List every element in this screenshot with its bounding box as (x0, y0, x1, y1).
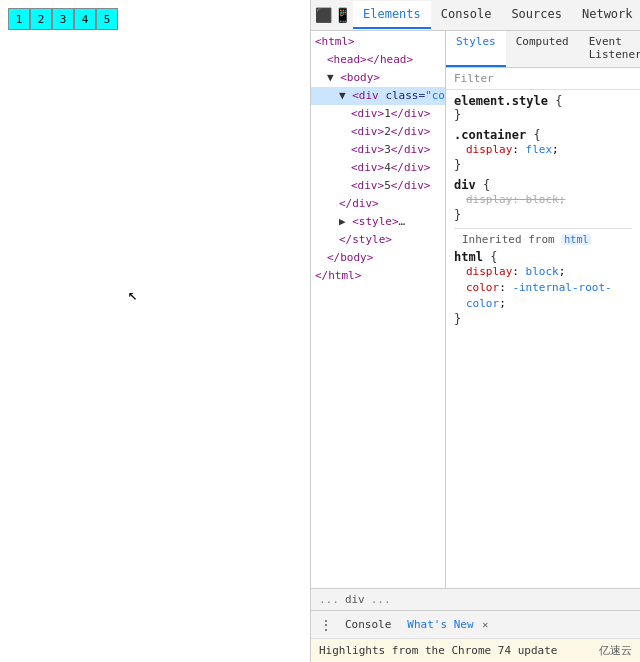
tab-sources[interactable]: Sources (501, 1, 572, 29)
highlights-text: Highlights from the Chrome 74 update (319, 644, 557, 657)
styles-tabs: Styles Computed Event Listeners (446, 31, 640, 68)
preview-box-3: 3 (52, 8, 74, 30)
console-tab-btn[interactable]: Console (337, 614, 399, 635)
css-rules: element.style {}.container {display: fle… (446, 90, 640, 588)
devtools-panel: ⬛ 📱 Elements Console Sources Network <ht… (310, 0, 640, 662)
breadcrumb-dots-right: ... (371, 593, 391, 606)
css-rule: div {display: block;} (454, 178, 632, 222)
preview-box-4: 4 (74, 8, 96, 30)
elements-line[interactable]: </style> (311, 231, 445, 249)
cursor-icon: ↖ (128, 285, 138, 304)
tab-computed[interactable]: Computed (506, 31, 579, 67)
elements-line[interactable]: <div>3</div> (311, 141, 445, 159)
css-selector: element.style { (454, 94, 632, 108)
css-rule: element.style {} (454, 94, 632, 122)
console-row: ⋮ Console What's New ✕ (311, 610, 640, 638)
preview-box-1: 1 (8, 8, 30, 30)
tab-elements[interactable]: Elements (353, 1, 431, 29)
tab-console[interactable]: Console (431, 1, 502, 29)
tab-styles[interactable]: Styles (446, 31, 506, 67)
css-closing-brace: } (454, 312, 632, 326)
tab-network[interactable]: Network (572, 1, 640, 29)
css-property-line[interactable]: display: block; (454, 192, 632, 208)
css-closing-brace: } (454, 208, 632, 222)
breadcrumb-dots-left: ... (319, 593, 339, 606)
inherited-from: Inherited from html (454, 228, 632, 250)
preview-box-2: 2 (30, 8, 52, 30)
css-property-line[interactable]: display: block; (454, 264, 632, 280)
css-selector: div { (454, 178, 632, 192)
elements-line[interactable]: <div>2</div> (311, 123, 445, 141)
filter-bar: Filter (446, 68, 640, 90)
css-selector: .container { (454, 128, 632, 142)
css-closing-brace: } (454, 158, 632, 172)
elements-line[interactable]: </html> (311, 267, 445, 285)
css-selector: html { (454, 250, 632, 264)
elements-line[interactable]: </div> (311, 195, 445, 213)
three-dots-icon[interactable]: ⋮ (319, 617, 333, 633)
elements-line[interactable]: <div>4</div> (311, 159, 445, 177)
breadcrumb-div[interactable]: div (345, 593, 365, 606)
main-area: 12345 ↖ ⬛ 📱 Elements Console Sources Net… (0, 0, 640, 662)
device-tool-icon[interactable]: 📱 (334, 0, 351, 30)
devtools-top-tabs: ⬛ 📱 Elements Console Sources Network (311, 0, 640, 31)
close-whats-new-icon[interactable]: ✕ (482, 619, 488, 630)
css-rule: .container {display: flex;} (454, 128, 632, 172)
elements-line[interactable]: ▼ <body> (311, 69, 445, 87)
cursor-tool-icon[interactable]: ⬛ (315, 0, 332, 30)
styles-panel: Styles Computed Event Listeners Filter e… (446, 31, 640, 588)
logo-text: 亿速云 (599, 643, 632, 658)
devtools-content: <html><head></head>▼ <body>▼ <div class=… (311, 31, 640, 588)
preview-pane: 12345 ↖ (0, 0, 310, 662)
bottom-breadcrumb: ... div ... (311, 588, 640, 610)
css-closing-brace: } (454, 108, 632, 122)
css-property-line[interactable]: color: -internal-root-color; (454, 280, 632, 312)
elements-line[interactable]: <div>1</div> (311, 105, 445, 123)
elements-line[interactable]: ▼ <div class="container"> == $ (311, 87, 445, 105)
whats-new-tab-btn[interactable]: What's New ✕ (399, 614, 496, 635)
preview-boxes: 12345 (8, 8, 118, 30)
elements-line[interactable]: <head></head> (311, 51, 445, 69)
whats-new-label: What's New (407, 618, 473, 631)
elements-panel: <html><head></head>▼ <body>▼ <div class=… (311, 31, 446, 588)
highlights-bar: Highlights from the Chrome 74 update 亿速云 (311, 638, 640, 662)
elements-line[interactable]: <div>5</div> (311, 177, 445, 195)
elements-line[interactable]: ▶ <style>… (311, 213, 445, 231)
preview-box-5: 5 (96, 8, 118, 30)
elements-line[interactable]: <html> (311, 33, 445, 51)
elements-line[interactable]: </body> (311, 249, 445, 267)
tab-event-listeners[interactable]: Event Listeners (579, 31, 640, 67)
css-rule-html: html { display: block; color: -internal-… (454, 250, 632, 326)
css-property-line[interactable]: display: flex; (454, 142, 632, 158)
